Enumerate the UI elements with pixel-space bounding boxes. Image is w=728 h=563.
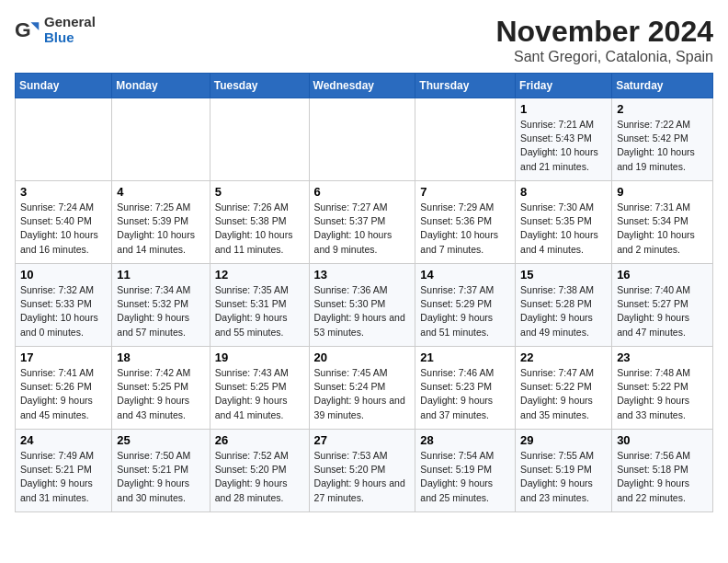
day-number: 12 (215, 268, 304, 282)
day-number: 15 (520, 268, 607, 282)
page-header: G General Blue November 2024 Sant Gregor… (15, 15, 713, 65)
calendar-cell: 26Sunrise: 7:52 AM Sunset: 5:20 PM Dayli… (210, 430, 309, 512)
calendar-cell: 2Sunrise: 7:22 AM Sunset: 5:42 PM Daylig… (612, 98, 713, 181)
day-number: 25 (117, 433, 204, 447)
day-info: Sunrise: 7:35 AM Sunset: 5:31 PM Dayligh… (215, 283, 304, 339)
logo-icon: G (15, 17, 40, 43)
weekday-header-sunday: Sunday (16, 74, 112, 98)
day-number: 24 (20, 433, 107, 447)
logo-blue-text: Blue (44, 30, 96, 46)
day-info: Sunrise: 7:24 AM Sunset: 5:40 PM Dayligh… (20, 201, 107, 257)
day-info: Sunrise: 7:53 AM Sunset: 5:20 PM Dayligh… (314, 449, 411, 505)
calendar-cell: 4Sunrise: 7:25 AM Sunset: 5:39 PM Daylig… (112, 181, 210, 264)
calendar-cell: 9Sunrise: 7:31 AM Sunset: 5:34 PM Daylig… (612, 181, 713, 264)
day-info: Sunrise: 7:54 AM Sunset: 5:19 PM Dayligh… (420, 449, 510, 505)
day-number: 22 (520, 350, 607, 364)
day-info: Sunrise: 7:21 AM Sunset: 5:43 PM Dayligh… (520, 118, 607, 174)
day-info: Sunrise: 7:41 AM Sunset: 5:26 PM Dayligh… (20, 366, 107, 422)
day-number: 18 (117, 350, 204, 364)
calendar-week-1: 1Sunrise: 7:21 AM Sunset: 5:43 PM Daylig… (16, 98, 713, 181)
calendar-cell: 16Sunrise: 7:40 AM Sunset: 5:27 PM Dayli… (612, 264, 713, 347)
day-info: Sunrise: 7:30 AM Sunset: 5:35 PM Dayligh… (520, 201, 607, 257)
day-number: 1 (520, 102, 607, 116)
calendar-cell: 19Sunrise: 7:43 AM Sunset: 5:25 PM Dayli… (210, 347, 309, 430)
calendar-cell (210, 98, 309, 181)
calendar-cell: 7Sunrise: 7:29 AM Sunset: 5:36 PM Daylig… (415, 181, 516, 264)
svg-text:G: G (15, 17, 31, 41)
calendar-cell: 27Sunrise: 7:53 AM Sunset: 5:20 PM Dayli… (309, 430, 415, 512)
day-number: 29 (520, 433, 607, 447)
day-info: Sunrise: 7:29 AM Sunset: 5:36 PM Dayligh… (420, 201, 510, 257)
day-info: Sunrise: 7:46 AM Sunset: 5:23 PM Dayligh… (420, 366, 510, 422)
day-number: 2 (617, 102, 708, 116)
day-info: Sunrise: 7:32 AM Sunset: 5:33 PM Dayligh… (20, 283, 107, 339)
day-info: Sunrise: 7:47 AM Sunset: 5:22 PM Dayligh… (520, 366, 607, 422)
calendar-week-4: 17Sunrise: 7:41 AM Sunset: 5:26 PM Dayli… (16, 347, 713, 430)
weekday-header-tuesday: Tuesday (210, 74, 309, 98)
calendar-cell: 3Sunrise: 7:24 AM Sunset: 5:40 PM Daylig… (16, 181, 112, 264)
calendar-cell: 10Sunrise: 7:32 AM Sunset: 5:33 PM Dayli… (16, 264, 112, 347)
day-number: 19 (215, 350, 304, 364)
calendar-week-3: 10Sunrise: 7:32 AM Sunset: 5:33 PM Dayli… (16, 264, 713, 347)
day-info: Sunrise: 7:26 AM Sunset: 5:38 PM Dayligh… (215, 201, 304, 257)
day-info: Sunrise: 7:25 AM Sunset: 5:39 PM Dayligh… (117, 201, 204, 257)
calendar-cell (112, 98, 210, 181)
weekday-header-monday: Monday (112, 74, 210, 98)
calendar-week-5: 24Sunrise: 7:49 AM Sunset: 5:21 PM Dayli… (16, 430, 713, 512)
calendar-cell: 5Sunrise: 7:26 AM Sunset: 5:38 PM Daylig… (210, 181, 309, 264)
day-number: 3 (20, 185, 107, 199)
calendar-cell: 13Sunrise: 7:36 AM Sunset: 5:30 PM Dayli… (309, 264, 415, 347)
calendar-cell: 14Sunrise: 7:37 AM Sunset: 5:29 PM Dayli… (415, 264, 516, 347)
day-number: 5 (215, 185, 304, 199)
calendar-cell: 20Sunrise: 7:45 AM Sunset: 5:24 PM Dayli… (309, 347, 415, 430)
day-info: Sunrise: 7:27 AM Sunset: 5:37 PM Dayligh… (314, 201, 411, 257)
day-info: Sunrise: 7:22 AM Sunset: 5:42 PM Dayligh… (617, 118, 708, 174)
calendar-cell: 11Sunrise: 7:34 AM Sunset: 5:32 PM Dayli… (112, 264, 210, 347)
day-number: 9 (617, 185, 708, 199)
calendar-cell: 15Sunrise: 7:38 AM Sunset: 5:28 PM Dayli… (516, 264, 612, 347)
calendar-cell: 21Sunrise: 7:46 AM Sunset: 5:23 PM Dayli… (415, 347, 516, 430)
weekday-header-thursday: Thursday (415, 74, 516, 98)
calendar-cell: 23Sunrise: 7:48 AM Sunset: 5:22 PM Dayli… (612, 347, 713, 430)
day-number: 30 (617, 433, 708, 447)
calendar-cell: 22Sunrise: 7:47 AM Sunset: 5:22 PM Dayli… (516, 347, 612, 430)
day-number: 11 (117, 268, 204, 282)
logo-text: General Blue (44, 15, 96, 45)
day-info: Sunrise: 7:52 AM Sunset: 5:20 PM Dayligh… (215, 449, 304, 505)
day-number: 28 (420, 433, 510, 447)
day-number: 7 (420, 185, 510, 199)
day-number: 6 (314, 185, 411, 199)
day-info: Sunrise: 7:55 AM Sunset: 5:19 PM Dayligh… (520, 449, 607, 505)
calendar-cell (16, 98, 112, 181)
month-title: November 2024 (495, 15, 713, 49)
weekday-header-saturday: Saturday (612, 74, 713, 98)
day-info: Sunrise: 7:34 AM Sunset: 5:32 PM Dayligh… (117, 283, 204, 339)
calendar-cell: 17Sunrise: 7:41 AM Sunset: 5:26 PM Dayli… (16, 347, 112, 430)
calendar-cell: 18Sunrise: 7:42 AM Sunset: 5:25 PM Dayli… (112, 347, 210, 430)
day-info: Sunrise: 7:49 AM Sunset: 5:21 PM Dayligh… (20, 449, 107, 505)
day-number: 16 (617, 268, 708, 282)
day-number: 23 (617, 350, 708, 364)
calendar-cell: 28Sunrise: 7:54 AM Sunset: 5:19 PM Dayli… (415, 430, 516, 512)
day-number: 17 (20, 350, 107, 364)
calendar-cell: 8Sunrise: 7:30 AM Sunset: 5:35 PM Daylig… (516, 181, 612, 264)
weekday-header-friday: Friday (516, 74, 612, 98)
day-number: 20 (314, 350, 411, 364)
calendar-cell: 30Sunrise: 7:56 AM Sunset: 5:18 PM Dayli… (612, 430, 713, 512)
calendar-cell: 24Sunrise: 7:49 AM Sunset: 5:21 PM Dayli… (16, 430, 112, 512)
svg-marker-1 (31, 22, 40, 30)
day-info: Sunrise: 7:36 AM Sunset: 5:30 PM Dayligh… (314, 283, 411, 339)
calendar-cell: 6Sunrise: 7:27 AM Sunset: 5:37 PM Daylig… (309, 181, 415, 264)
day-number: 26 (215, 433, 304, 447)
calendar-cell: 12Sunrise: 7:35 AM Sunset: 5:31 PM Dayli… (210, 264, 309, 347)
calendar-cell (415, 98, 516, 181)
calendar-header: SundayMondayTuesdayWednesdayThursdayFrid… (16, 74, 713, 98)
day-number: 27 (314, 433, 411, 447)
day-info: Sunrise: 7:38 AM Sunset: 5:28 PM Dayligh… (520, 283, 607, 339)
day-info: Sunrise: 7:43 AM Sunset: 5:25 PM Dayligh… (215, 366, 304, 422)
day-number: 21 (420, 350, 510, 364)
calendar-week-2: 3Sunrise: 7:24 AM Sunset: 5:40 PM Daylig… (16, 181, 713, 264)
day-number: 14 (420, 268, 510, 282)
day-info: Sunrise: 7:45 AM Sunset: 5:24 PM Dayligh… (314, 366, 411, 422)
calendar-table: SundayMondayTuesdayWednesdayThursdayFrid… (15, 73, 713, 512)
